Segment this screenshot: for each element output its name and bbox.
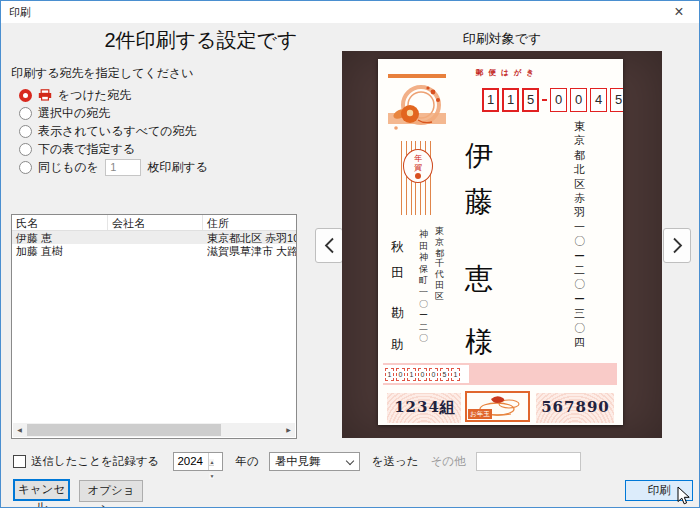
sender-postal-digit: 5 — [440, 368, 449, 381]
postal-code-boxes: 1 1 5 0 0 4 5 — [482, 88, 623, 112]
sender-address-line2: 神田神保町一〇ー二〇 — [419, 229, 430, 345]
sender-postal-digit: 0 — [429, 368, 438, 381]
cell-name: 伊藤 恵 — [12, 231, 108, 244]
radio-label-suffix: 枚印刷する — [147, 159, 208, 176]
sender-address-line1: 東京都千代田区 — [435, 226, 447, 302]
sender-postal-digit: 1 — [407, 368, 416, 381]
sender-name-char: 勘 — [390, 305, 405, 322]
radio-label: 同じものを — [38, 159, 99, 176]
otoshidama-label: お年玉 — [468, 409, 492, 419]
chevron-right-icon — [672, 237, 683, 254]
recipient-name-char: 伊 — [463, 137, 495, 175]
radio-marked-recipients[interactable]: をつけた宛先 — [19, 87, 131, 103]
other-label: その他 — [430, 454, 465, 469]
year-input[interactable] — [174, 453, 208, 470]
radio-print-copies[interactable]: 同じものを 枚印刷する — [19, 159, 208, 175]
scrollbar-thumb[interactable] — [27, 424, 221, 436]
year-suffix-label: 年の — [235, 454, 258, 469]
radio-label: 下の表で指定する — [38, 141, 135, 158]
cell-company — [108, 231, 203, 244]
next-card-button[interactable] — [663, 228, 691, 263]
postal-dash — [542, 99, 547, 102]
table-row[interactable]: 加藤 直樹 滋賀県草津市 大路1 — [12, 244, 296, 257]
preview-panel: 年賀 郵便はがき 1 1 5 0 0 4 5 東京都北区赤羽一〇ー二〇ー三〇四 … — [342, 51, 662, 438]
radio-label: 選択中の宛先 — [38, 105, 110, 122]
radio-icon[interactable] — [19, 161, 32, 174]
sender-postal-digit: 0 — [418, 368, 427, 381]
radio-icon[interactable] — [19, 125, 32, 138]
window-title: 印刷 — [9, 5, 31, 20]
print-dialog: 印刷 × 2件印刷する設定です 印刷対象です 印刷する宛先を指定してください を… — [0, 0, 700, 508]
sender-name-char: 秋 — [390, 239, 405, 256]
table-row[interactable]: 伊藤 恵 東京都北区 赤羽10- — [12, 231, 296, 244]
other-input[interactable] — [476, 452, 581, 471]
recipients-table: 氏名 会社名 住所 伊藤 恵 東京都北区 赤羽10- 加藤 直樹 滋賀県草津市 … — [11, 214, 297, 439]
previous-card-button[interactable] — [315, 228, 343, 263]
postal-digit: 5 — [522, 88, 539, 112]
mouse-cursor — [677, 486, 691, 505]
sender-postal-boxes: 1 0 1 0 0 5 1 — [383, 365, 469, 383]
hagaki-header: 郵便はがき — [476, 68, 539, 78]
postcard-preview: 年賀 郵便はがき 1 1 5 0 0 4 5 東京都北区赤羽一〇ー二〇ー三〇四 … — [378, 59, 623, 425]
radio-specify-in-table[interactable]: 下の表で指定する — [19, 141, 135, 157]
record-checkbox-label[interactable]: 送信したことを記録する — [31, 454, 159, 469]
recipient-name-char: 恵 — [463, 260, 495, 298]
chevron-down-icon — [345, 456, 353, 464]
horizontal-scrollbar[interactable]: ◀ ▶ — [13, 423, 295, 437]
nenga-stamp-label: 年賀 — [413, 154, 423, 172]
column-header-address[interactable]: 住所 — [203, 215, 296, 230]
spinner-buttons: ▲ ▼ — [208, 453, 222, 470]
postal-digit: 1 — [502, 88, 519, 112]
lottery-group-number: 1234組 — [390, 398, 460, 417]
spinner-up-icon[interactable]: ▲ — [209, 459, 214, 466]
scroll-right-icon[interactable]: ▶ — [282, 423, 295, 437]
column-header-name[interactable]: 氏名 — [12, 215, 108, 230]
greeting-type-dropdown[interactable]: 暑中見舞 — [269, 452, 360, 471]
radio-selected-recipient[interactable]: 選択中の宛先 — [19, 105, 110, 121]
recipient-name-char: 様 — [463, 323, 495, 361]
record-checkbox[interactable] — [13, 455, 26, 468]
page-title: 2件印刷する設定です — [21, 27, 381, 54]
sender-name-char: 田 — [390, 265, 405, 282]
radio-icon[interactable] — [19, 107, 32, 120]
postal-digit: 0 — [570, 88, 587, 112]
sent-suffix-label: を送った — [372, 454, 419, 469]
recipient-instruction: 印刷する宛先を指定してください — [11, 65, 194, 82]
sender-postal-digit: 1 — [451, 368, 460, 381]
radio-icon[interactable] — [19, 89, 32, 102]
postal-digit: 5 — [610, 88, 623, 112]
dropdown-value: 暑中見舞 — [275, 455, 321, 467]
year-spinner[interactable]: ▲ ▼ — [173, 452, 223, 471]
plum-dot-icon — [415, 173, 421, 179]
nenga-stamp: 年賀 — [403, 149, 433, 183]
spinner-down-icon[interactable]: ▼ — [209, 473, 214, 479]
scroll-left-icon[interactable]: ◀ — [13, 423, 26, 437]
otoshidama-stamp: お年玉 — [465, 391, 530, 422]
cell-address: 滋賀県草津市 大路1 — [203, 244, 296, 257]
preview-title: 印刷対象です — [342, 30, 662, 48]
lottery-serial-number: 567890 — [538, 398, 613, 416]
sender-postal-digit: 0 — [396, 368, 405, 381]
copies-count-input[interactable] — [105, 159, 141, 176]
recipient-address: 東京都北区赤羽一〇ー二〇ー三〇四 — [574, 119, 587, 350]
column-header-company[interactable]: 会社名 — [108, 215, 203, 230]
title-bar: 印刷 × — [1, 1, 699, 23]
postal-digit: 4 — [590, 88, 607, 112]
postcard-top-rule — [388, 74, 446, 78]
options-button[interactable]: オプション... — [79, 480, 143, 502]
chevron-left-icon — [324, 237, 335, 254]
close-icon[interactable]: × — [665, 2, 693, 22]
radio-all-displayed[interactable]: 表示されているすべての宛先 — [19, 123, 197, 139]
sender-postal-digit: 1 — [385, 368, 394, 381]
cell-address: 東京都北区 赤羽10- — [203, 231, 296, 244]
postal-digit: 1 — [482, 88, 499, 112]
radio-label: をつけた宛先 — [58, 87, 131, 104]
recipient-name-char: 藤 — [463, 183, 495, 221]
cancel-button[interactable]: キャンセル — [13, 479, 70, 501]
radio-label: 表示されているすべての宛先 — [38, 123, 197, 140]
new-year-camellia-illustration — [388, 80, 446, 137]
postal-digit: 0 — [550, 88, 567, 112]
cell-name: 加藤 直樹 — [12, 244, 108, 257]
record-sent-row: 送信したことを記録する ▲ ▼ 年の 暑中見舞 を送った その他 — [13, 451, 581, 471]
radio-icon[interactable] — [19, 143, 32, 156]
